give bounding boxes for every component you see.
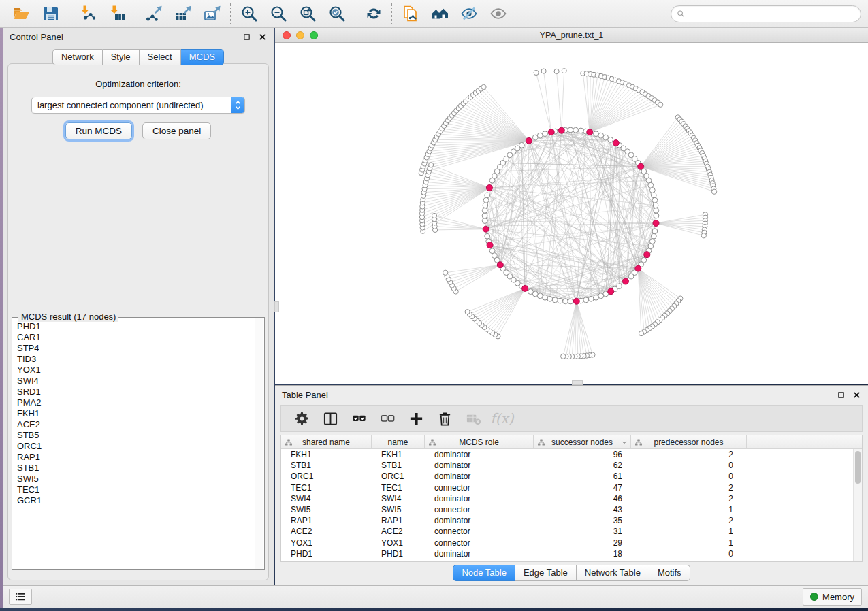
mcds-result-node[interactable]: STP4	[17, 343, 264, 354]
table-cell: YOX1	[281, 538, 372, 548]
tab-network-table[interactable]: Network Table	[577, 565, 649, 581]
save-session-icon[interactable]	[36, 2, 65, 25]
table-row[interactable]: PHD1PHD1dominator180	[281, 548, 862, 559]
column-view-icon[interactable]	[318, 408, 343, 429]
column-header-successor-nodes[interactable]: successor nodes	[534, 435, 631, 448]
close-panel-action-button[interactable]: Close panel	[142, 122, 211, 139]
close-panel-button[interactable]	[257, 32, 267, 42]
control-panel-tabs: NetworkStyleSelectMCDS	[3, 49, 274, 65]
show-graphics-details-icon[interactable]	[483, 2, 513, 25]
table-row[interactable]: RAP1RAP1dominator352	[281, 515, 862, 526]
column-header-name[interactable]: name	[372, 435, 425, 448]
vertical-splitter-handle[interactable]	[274, 301, 279, 312]
close-window-icon[interactable]	[283, 31, 291, 39]
list-icon	[14, 591, 27, 603]
table-row[interactable]: STB1STB1dominator620	[281, 460, 862, 471]
table-cell: 96	[534, 449, 631, 460]
toolbar-separator	[355, 3, 355, 24]
zoom-out-icon[interactable]	[263, 2, 293, 25]
tab-select[interactable]: Select	[140, 49, 181, 65]
task-history-button[interactable]	[9, 589, 32, 605]
tab-node-table[interactable]: Node Table	[453, 565, 515, 581]
column-header-MCDS-role[interactable]: MCDS role	[425, 435, 534, 448]
export-network-icon[interactable]	[139, 2, 168, 25]
unselect-all-icon[interactable]	[375, 408, 400, 429]
tab-network[interactable]: Network	[52, 49, 103, 65]
table-row[interactable]: ACE2ACE2connector311	[281, 526, 862, 537]
zoom-in-icon[interactable]	[234, 2, 263, 25]
horizontal-splitter-handle[interactable]	[572, 380, 583, 385]
tab-mcds[interactable]: MCDS	[181, 49, 224, 65]
zoom-selected-icon[interactable]	[322, 2, 351, 25]
tab-edge-table[interactable]: Edge Table	[515, 565, 577, 581]
table-row[interactable]: ORC1ORC1dominator610	[281, 471, 862, 482]
network-overview-icon[interactable]	[425, 2, 454, 25]
clone-network-icon[interactable]	[396, 2, 425, 25]
table-cell: SWI4	[281, 493, 372, 504]
mcds-result-node[interactable]: TEC1	[17, 484, 264, 495]
table-cell: FKH1	[372, 449, 425, 460]
export-table-icon[interactable]	[168, 2, 197, 25]
mcds-result-node[interactable]: STB5	[17, 430, 264, 441]
column-header-predecessor-nodes[interactable]: predecessor nodes	[631, 435, 747, 448]
search-box[interactable]	[671, 5, 861, 22]
mcds-result-node[interactable]: ACE2	[17, 419, 264, 430]
network-view-canvas[interactable]	[275, 44, 868, 384]
tab-style[interactable]: Style	[103, 49, 140, 65]
mcds-result-node[interactable]: STB1	[17, 463, 264, 474]
mcds-result-node[interactable]: PHD1	[17, 321, 264, 332]
delete-table-icon	[461, 408, 486, 429]
mcds-result-node[interactable]: FKH1	[17, 408, 264, 419]
column-header-shared-name[interactable]: shared name	[281, 435, 372, 448]
table-cell: 2	[631, 449, 747, 460]
mcds-result-node[interactable]: SWI5	[17, 474, 264, 484]
mcds-result-node[interactable]: ORC1	[17, 441, 264, 452]
memory-button[interactable]: Memory	[803, 588, 862, 606]
table-scrollbar[interactable]	[853, 449, 862, 561]
table-cell: SWI4	[372, 493, 425, 504]
mcds-result-node[interactable]: YOX1	[17, 365, 264, 376]
delete-column-icon[interactable]	[432, 408, 457, 429]
select-all-icon[interactable]	[347, 408, 372, 429]
refresh-view-icon[interactable]	[359, 2, 388, 25]
table-cell: connector	[425, 482, 534, 493]
table-row[interactable]: SWI5SWI5connector431	[281, 504, 862, 515]
run-mcds-button[interactable]: Run MCDS	[65, 122, 132, 139]
optimization-criterion-select[interactable]: largest connected component (undirected)	[31, 97, 245, 114]
maximize-window-icon[interactable]	[310, 31, 318, 39]
table-cell: RAP1	[372, 515, 425, 526]
table-row[interactable]: FKH1FKH1dominator962	[281, 449, 862, 460]
mcds-result-node[interactable]: SRD1	[17, 386, 264, 397]
network-graph	[275, 44, 868, 384]
table-panel-title: Table Panel	[282, 390, 328, 400]
float-panel-button[interactable]	[242, 32, 251, 42]
table-cell: connector	[425, 504, 534, 515]
mcds-result-node[interactable]: GCR1	[17, 495, 264, 506]
table-row[interactable]: SWI4SWI4dominator462	[281, 493, 862, 504]
mcds-result-node[interactable]: SWI4	[17, 376, 264, 386]
zoom-fit-icon[interactable]	[293, 2, 322, 25]
mcds-result-node[interactable]: TID3	[17, 354, 264, 365]
settings-icon[interactable]	[289, 408, 315, 429]
mcds-result-node[interactable]: RAP1	[17, 452, 264, 463]
table-row[interactable]: TEC1TEC1connector472	[281, 482, 862, 493]
minimize-window-icon[interactable]	[296, 31, 304, 39]
mcds-result-list: PHD1CAR1STP4TID3YOX1SWI4SRD1PMA2FKH1ACE2…	[12, 318, 264, 569]
tab-motifs[interactable]: Motifs	[649, 565, 690, 581]
export-image-icon[interactable]	[197, 2, 227, 25]
mcds-result-node[interactable]: CAR1	[17, 332, 264, 343]
table-scrollbar-thumb[interactable]	[855, 451, 861, 484]
float-table-panel-button[interactable]	[836, 390, 846, 399]
close-table-panel-button[interactable]	[852, 390, 861, 399]
table-cell: 35	[534, 515, 631, 526]
mcds-result-node[interactable]: PMA2	[17, 397, 264, 408]
open-session-icon[interactable]	[7, 2, 36, 25]
import-table-icon[interactable]	[102, 2, 131, 25]
result-list-scrollbar[interactable]	[255, 318, 263, 569]
add-column-icon[interactable]	[404, 408, 429, 429]
hide-graphics-details-icon[interactable]	[454, 2, 483, 25]
table-row[interactable]: YOX1YOX1connector291	[281, 538, 862, 548]
import-network-icon[interactable]	[73, 2, 102, 25]
search-input[interactable]	[688, 9, 856, 18]
table-cell: dominator	[425, 460, 534, 471]
